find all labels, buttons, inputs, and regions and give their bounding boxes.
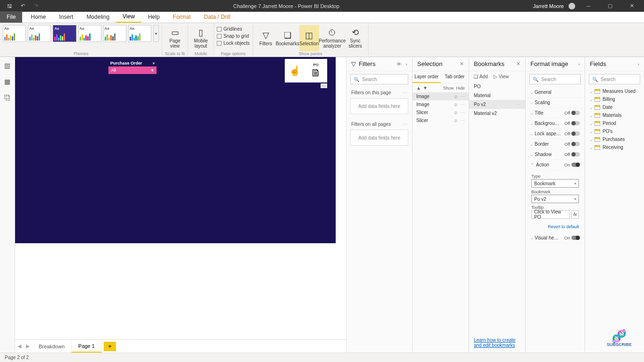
tab-data-drill[interactable]: Data / Drill (198, 11, 237, 23)
bookmark-item[interactable]: PO (469, 82, 525, 91)
format-lock-aspect[interactable]: ⌵Lock aspe…Off (526, 129, 585, 139)
themes-dropdown[interactable]: ▾ (153, 25, 159, 42)
theme-swatch[interactable]: Aa (28, 25, 51, 42)
hidden-icon[interactable]: ⊘ (454, 118, 458, 123)
bookmarks-learn-link[interactable]: Learn how to create and edit bookmarks (474, 337, 515, 348)
expand-icon[interactable]: › (578, 61, 580, 67)
minimize-button[interactable]: ─ (580, 0, 597, 12)
avatar[interactable] (569, 3, 575, 9)
expand-icon[interactable]: › (637, 61, 639, 67)
format-search[interactable]: 🔍Search (529, 74, 581, 84)
filters-this-page-drop[interactable]: Add data fields here (350, 98, 408, 114)
move-down-icon[interactable]: ▼ (423, 85, 428, 90)
format-border[interactable]: ⌵BorderOff (526, 139, 585, 149)
bookmark-item[interactable]: Po v2⋯ (469, 100, 525, 109)
more-icon[interactable]: ⋯ (403, 90, 407, 95)
page-tab-breakdown[interactable]: Breakdown (32, 340, 72, 353)
theme-swatch-active[interactable]: Aa (53, 25, 76, 42)
sync-slicers-button[interactable]: ⟲Sync slicers (346, 25, 365, 51)
report-canvas[interactable]: Purchase Order▾ All▾ ☝ PO 🗎 ⋯ (15, 57, 336, 243)
revert-default[interactable]: Revert to default (526, 221, 585, 233)
page-next[interactable]: ▶ (24, 343, 32, 349)
move-up-icon[interactable]: ▲ (416, 85, 421, 90)
mobile-layout-button[interactable]: ▯Mobile layout (191, 25, 211, 51)
theme-swatch[interactable]: Aa (103, 25, 126, 42)
format-scaling[interactable]: ⌵Scaling (526, 98, 585, 108)
format-general[interactable]: ⌵General (526, 87, 585, 98)
bookmark-select[interactable]: Po v2▾ (531, 195, 579, 203)
fx-button[interactable]: fx (571, 210, 579, 219)
format-title-row[interactable]: ⌵TitleOff (526, 108, 585, 118)
selection-item[interactable]: Image⊘⋯ (413, 100, 469, 108)
more-icon[interactable]: ⋯ (516, 102, 520, 107)
bookmarks-pane-button[interactable]: ❏Bookmarks (278, 25, 297, 51)
theme-swatch[interactable]: Aa (78, 25, 101, 42)
bookmark-view[interactable]: ▷View (494, 74, 509, 79)
show-label[interactable]: Show (443, 86, 454, 90)
field-table[interactable]: ⌵Measures Used (585, 87, 644, 95)
format-visual-header[interactable]: ⌵Visual he…On (526, 233, 585, 243)
field-table[interactable]: ⌵Receiving (585, 143, 644, 151)
maximize-button[interactable]: ▢ (602, 0, 619, 12)
bookmark-item[interactable]: Material v2 (469, 109, 525, 118)
format-action[interactable]: ⌃ActionOn (526, 160, 585, 170)
report-view-icon[interactable]: ▥ (4, 62, 11, 69)
bookmark-add[interactable]: ❏Add (474, 74, 488, 79)
add-page-button[interactable]: + (104, 342, 116, 351)
snap-checkbox[interactable]: Snap to grid (217, 33, 249, 39)
performance-analyzer-button[interactable]: ⏲Performance analyzer (321, 25, 344, 51)
tab-format[interactable]: Format (166, 11, 198, 23)
layer-order-tab[interactable]: Layer order (413, 71, 441, 83)
selection-pane-button[interactable]: ◫Selection (299, 25, 319, 51)
expand-icon[interactable]: › (405, 61, 407, 67)
more-icon[interactable]: ⋯ (403, 122, 407, 127)
filters-all-pages-drop[interactable]: Add data fields here (350, 130, 408, 146)
visual-menu-icon[interactable]: ⋯ (321, 83, 327, 88)
bookmark-item[interactable]: Material (469, 91, 525, 100)
field-table[interactable]: ⌵PO's (585, 127, 644, 135)
save-icon[interactable]: 🖫 (6, 2, 13, 10)
field-table[interactable]: ⌵Billing (585, 95, 644, 103)
field-table[interactable]: ⌵Purchases (585, 135, 644, 143)
hide-label[interactable]: Hide (456, 86, 465, 90)
selection-item[interactable]: Slicer⊘⋯ (413, 116, 469, 124)
selection-item[interactable]: Slicer⊘⋯ (413, 108, 469, 116)
page-tab-page1[interactable]: Page 1 (72, 340, 102, 353)
purchase-order-slicer[interactable]: Purchase Order▾ All▾ (108, 60, 157, 74)
hidden-icon[interactable]: ⊘ (454, 110, 458, 115)
page-view-button[interactable]: ▭Page view (165, 25, 185, 51)
tab-home[interactable]: Home (24, 11, 52, 23)
type-select[interactable]: Bookmark▾ (531, 179, 579, 188)
more-icon[interactable]: ⋯ (461, 102, 465, 107)
tab-help[interactable]: Help (141, 11, 166, 23)
more-icon[interactable]: ⋯ (461, 118, 465, 123)
filters-search[interactable]: 🔍Search (350, 74, 408, 84)
file-menu[interactable]: File (0, 11, 22, 23)
redo-icon[interactable]: ↷ (32, 2, 40, 10)
format-background[interactable]: ⌵Backgrou…Off (526, 118, 585, 129)
fields-search[interactable]: 🔍Search (589, 74, 640, 84)
gridlines-checkbox[interactable]: Gridlines (217, 26, 242, 32)
more-icon[interactable]: ⋯ (461, 110, 465, 115)
close-button[interactable]: ✕ (623, 0, 640, 12)
lock-checkbox[interactable]: Lock objects (217, 40, 250, 46)
theme-swatch[interactable]: Aa (128, 25, 151, 42)
model-view-icon[interactable]: ⿻ (4, 94, 11, 101)
tooltip-input[interactable]: Click to View PO (531, 210, 570, 219)
format-shadow[interactable]: ⌵ShadowOff (526, 149, 585, 160)
filters-pane-button[interactable]: ▽Filters (256, 25, 276, 51)
hidden-icon[interactable]: ⊘ (454, 102, 458, 107)
data-view-icon[interactable]: ▦ (4, 78, 11, 85)
po-image-button[interactable]: ☝ PO 🗎 (285, 59, 327, 82)
undo-icon[interactable]: ↶ (19, 2, 26, 10)
hidden-icon[interactable]: ⊘ (454, 94, 458, 99)
page-prev[interactable]: ◀ (15, 343, 24, 349)
close-icon[interactable]: ✕ (516, 61, 520, 67)
field-table[interactable]: ⌵Period (585, 119, 644, 127)
field-table[interactable]: ⌵Date (585, 103, 644, 111)
selection-item[interactable]: Image⊘⋯ (413, 92, 469, 100)
theme-swatch[interactable]: Aa (3, 25, 26, 42)
tab-modeling[interactable]: Modeling (80, 11, 116, 23)
field-table[interactable]: ⌵Materials (585, 111, 644, 119)
close-icon[interactable]: ✕ (460, 61, 464, 67)
